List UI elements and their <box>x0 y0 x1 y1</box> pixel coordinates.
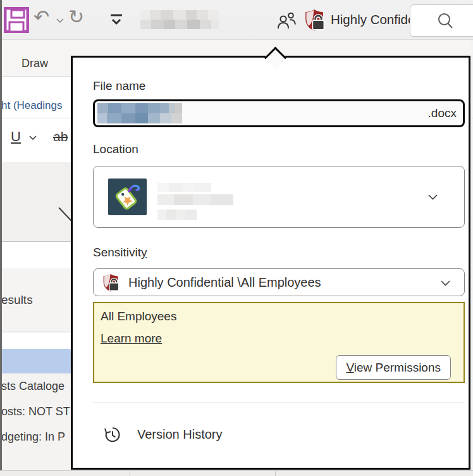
document-title-redacted[interactable] <box>140 10 219 29</box>
tab-draw[interactable]: Draw <box>22 57 48 70</box>
version-history-label: Version History <box>137 427 223 442</box>
window-right-sliver <box>470 40 473 470</box>
label-info-title: All Employees <box>101 310 176 323</box>
sensitivity-dropdown[interactable]: Highly Confidential \All Employees <box>93 268 465 296</box>
shield-lock-icon <box>102 273 120 292</box>
file-name-redacted <box>97 103 182 123</box>
location-path-redacted <box>157 194 233 205</box>
sensitivity-label: Sensitivity <box>93 246 147 260</box>
chevron-down-icon <box>441 280 450 286</box>
status-bar-divider <box>130 470 130 476</box>
search-icon <box>437 12 453 29</box>
nav-result-item[interactable]: sts Cataloge <box>1 380 64 393</box>
version-history-icon <box>102 425 122 444</box>
save-icon[interactable] <box>4 7 29 33</box>
search-box[interactable] <box>410 4 473 37</box>
app-window: ↶ ↻ Highly Confidential Draw ht (Hea <box>0 0 473 476</box>
file-name-input[interactable]: .docx <box>93 99 465 127</box>
undo-button[interactable]: ↶ <box>34 8 49 27</box>
file-name-label: File name <box>93 79 145 93</box>
learn-more-link[interactable]: Learn more <box>101 332 162 346</box>
shield-lock-icon <box>304 8 325 32</box>
version-history-button[interactable]: Version History <box>93 415 465 453</box>
dialog-divider <box>93 403 465 403</box>
location-name-redacted <box>157 183 211 192</box>
font-name-combo-partial[interactable]: ht (Headings <box>1 99 62 112</box>
site-tag-icon <box>108 178 147 215</box>
redo-button[interactable]: ↻ <box>68 8 84 27</box>
nav-results-tab-partial[interactable]: esults <box>1 293 33 307</box>
file-extension: .docx <box>428 101 457 125</box>
coauthors-icon[interactable] <box>276 11 297 31</box>
sensitivity-value: Highly Confidential \All Employees <box>128 275 321 290</box>
customize-toolbar-icon[interactable] <box>109 12 124 28</box>
nav-result-item[interactable]: dgeting: In P <box>1 430 65 444</box>
window-left-edge <box>0 0 2 470</box>
file-options-dialog: File name .docx Location <box>71 56 470 470</box>
gallery-chevron-fragment <box>58 206 72 222</box>
status-bar-divider <box>275 470 276 476</box>
chevron-down-icon <box>428 194 438 200</box>
view-permissions-button[interactable]: View Permissions <box>336 355 451 380</box>
status-bar <box>0 470 473 476</box>
nav-result-item[interactable]: osts: NOT ST <box>1 405 70 418</box>
strikethrough-button[interactable]: ab <box>53 129 68 144</box>
underline-button[interactable]: U <box>11 128 21 145</box>
label-info-banner: All Employees Learn more View Permission… <box>93 302 465 383</box>
location-sub-redacted <box>157 210 197 220</box>
location-dropdown[interactable] <box>93 166 465 228</box>
location-label: Location <box>93 142 138 156</box>
underline-chevron-icon[interactable] <box>29 135 37 140</box>
undo-dropdown-chevron-icon[interactable] <box>56 18 64 23</box>
